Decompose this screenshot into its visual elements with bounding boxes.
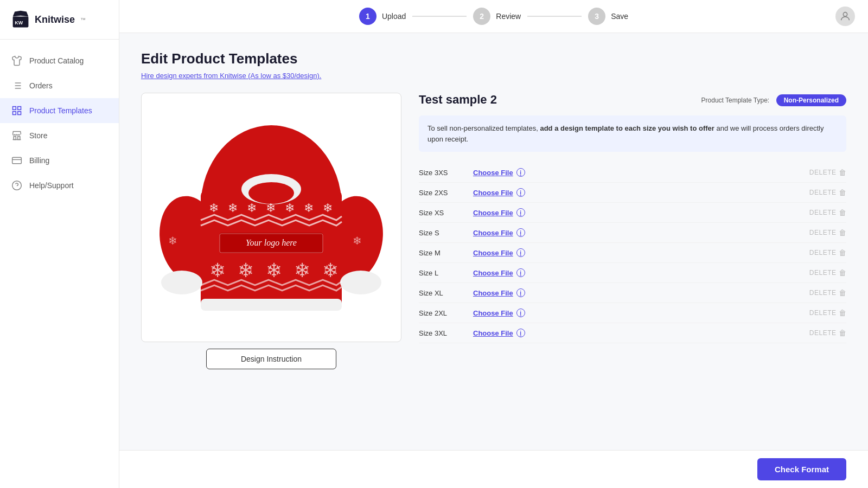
sidebar-item-orders[interactable]: Orders	[0, 73, 119, 98]
delete-button-4[interactable]: DELETE 🗑	[809, 248, 846, 257]
delete-button-8[interactable]: DELETE 🗑	[809, 329, 846, 337]
size-rows: Size 3XS Choose File i DELETE 🗑 Size 2XS…	[419, 163, 846, 343]
svg-text:❄: ❄	[266, 260, 282, 281]
info-icon-5[interactable]: i	[516, 268, 525, 277]
choose-file-link-4[interactable]: Choose File i	[473, 248, 525, 257]
svg-marker-0	[13, 11, 29, 17]
page-title: Edit Product Templates	[141, 50, 846, 67]
info-icon-4[interactable]: i	[516, 248, 525, 257]
trash-icon-3: 🗑	[839, 228, 847, 237]
svg-point-20	[843, 12, 847, 16]
logo-tm: ™	[80, 17, 86, 23]
svg-text:KW: KW	[15, 20, 23, 25]
size-label: Size 3XS	[419, 169, 473, 177]
step-line-2	[527, 16, 582, 17]
trash-icon-6: 🗑	[839, 288, 847, 297]
delete-button-7[interactable]: DELETE 🗑	[809, 309, 846, 317]
svg-point-26	[340, 271, 381, 294]
delete-button-6[interactable]: DELETE 🗑	[809, 288, 846, 297]
svg-rect-10	[18, 107, 21, 110]
size-label: Size XS	[419, 209, 473, 217]
svg-text:❄: ❄	[209, 260, 226, 281]
step-3-circle: 3	[588, 8, 605, 25]
choose-file-link-2[interactable]: Choose File i	[473, 208, 525, 217]
delete-button-3[interactable]: DELETE 🗑	[809, 228, 846, 237]
step-1-circle: 1	[359, 8, 376, 25]
svg-rect-12	[13, 112, 16, 115]
trash-icon-2: 🗑	[839, 208, 847, 217]
info-icon-8[interactable]: i	[516, 329, 525, 337]
trash-icon-0: 🗑	[839, 168, 847, 177]
choose-file-link-0[interactable]: Choose File i	[473, 168, 525, 177]
info-icon-7[interactable]: i	[516, 309, 525, 317]
main-content: 1 Upload 2 Review 3 Save E	[119, 0, 868, 488]
help-icon	[11, 179, 23, 191]
svg-rect-14	[18, 137, 20, 140]
size-row: Size 2XS Choose File i DELETE 🗑	[419, 183, 846, 203]
trash-icon-1: 🗑	[839, 188, 847, 197]
stepper: 1 Upload 2 Review 3 Save	[359, 8, 628, 25]
sidebar-nav: Product Catalog Orders Product Templates…	[0, 40, 119, 488]
step-3: 3 Save	[588, 8, 628, 25]
product-image-box: ❄ ❄ ❄ ❄ ❄ ❄ ❄	[141, 93, 401, 342]
choose-file-link-1[interactable]: Choose File i	[473, 188, 525, 197]
info-icon-1[interactable]: i	[516, 188, 525, 197]
sidebar-item-label: Help/Support	[29, 181, 74, 190]
hire-experts-link[interactable]: Hire design experts from Knitwise (As lo…	[141, 72, 321, 80]
delete-button-0[interactable]: DELETE 🗑	[809, 168, 846, 177]
choose-file-link-6[interactable]: Choose File i	[473, 288, 525, 297]
step-3-label: Save	[611, 12, 628, 21]
knitwise-logo-icon: KW	[11, 10, 30, 29]
svg-rect-11	[18, 112, 21, 115]
check-format-button[interactable]: Check Format	[757, 458, 846, 480]
list-icon	[11, 80, 23, 92]
sidebar-item-store[interactable]: Store	[0, 123, 119, 148]
delete-button-2[interactable]: DELETE 🗑	[809, 208, 846, 217]
info-icon-2[interactable]: i	[516, 208, 525, 217]
sweater-preview: ❄ ❄ ❄ ❄ ❄ ❄ ❄	[157, 98, 385, 337]
size-row: Size XS Choose File i DELETE 🗑	[419, 203, 846, 223]
size-row: Size L Choose File i DELETE 🗑	[419, 263, 846, 283]
sidebar-item-product-catalog[interactable]: Product Catalog	[0, 48, 119, 73]
sidebar: KW Knitwise ™ Product Catalog Orders Pro…	[0, 0, 119, 488]
info-icon-6[interactable]: i	[516, 288, 525, 297]
product-header: Test sample 2 Product Template Type: Non…	[419, 93, 846, 107]
choose-file-link-7[interactable]: Choose File i	[473, 309, 525, 317]
size-label: Size XL	[419, 289, 473, 297]
choose-file-link-3[interactable]: Choose File i	[473, 228, 525, 237]
sidebar-item-billing[interactable]: Billing	[0, 148, 119, 173]
svg-text:❄: ❄	[323, 201, 333, 215]
size-row: Size XL Choose File i DELETE 🗑	[419, 283, 846, 303]
design-instruction-button[interactable]: Design Instruction	[206, 349, 336, 369]
svg-text:❄: ❄	[285, 201, 295, 215]
size-row: Size M Choose File i DELETE 🗑	[419, 243, 846, 263]
sidebar-item-help-support[interactable]: Help/Support	[0, 173, 119, 198]
info-box: To sell non-personalized templates, add …	[419, 115, 846, 152]
sidebar-item-product-templates[interactable]: Product Templates	[0, 98, 119, 123]
size-label: Size 3XL	[419, 329, 473, 337]
svg-rect-13	[14, 137, 16, 140]
sidebar-item-label: Billing	[29, 156, 49, 165]
template-type-badge: Non-Personalized	[776, 94, 846, 106]
info-text-bold: add a design template to each size you w…	[540, 124, 714, 132]
logo-text: Knitwise	[35, 14, 75, 25]
sidebar-item-label: Product Catalog	[29, 56, 84, 65]
info-icon-3[interactable]: i	[516, 228, 525, 237]
size-row: Size 3XL Choose File i DELETE 🗑	[419, 323, 846, 343]
sidebar-item-label: Store	[29, 131, 47, 140]
svg-text:❄: ❄	[353, 235, 362, 247]
svg-text:❄: ❄	[304, 201, 314, 215]
sidebar-item-label: Product Templates	[29, 106, 92, 115]
svg-rect-29	[201, 299, 342, 311]
top-header: 1 Upload 2 Review 3 Save	[119, 0, 868, 33]
page-content-area: Edit Product Templates Hire design exper…	[119, 33, 868, 450]
info-icon-0[interactable]: i	[516, 168, 525, 177]
delete-button-1[interactable]: DELETE 🗑	[809, 188, 846, 197]
step-2: 2 Review	[473, 8, 521, 25]
svg-rect-16	[12, 157, 22, 164]
svg-text:❄: ❄	[238, 260, 254, 281]
delete-button-5[interactable]: DELETE 🗑	[809, 268, 846, 277]
choose-file-link-5[interactable]: Choose File i	[473, 268, 525, 277]
user-avatar[interactable]	[835, 7, 855, 26]
choose-file-link-8[interactable]: Choose File i	[473, 329, 525, 337]
